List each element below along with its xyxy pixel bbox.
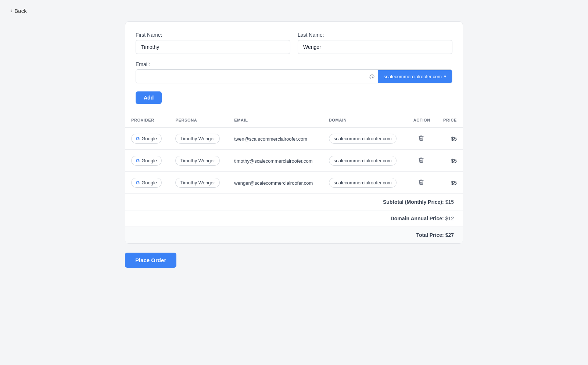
chevron-down-icon: ▾ (444, 74, 446, 79)
email-local-input[interactable] (136, 70, 366, 83)
email-cell: wenger@scalecommercialroofer.com (234, 180, 313, 186)
persona-badge: Timothy Wenger (175, 178, 220, 188)
last-name-group: Last Name: (298, 32, 452, 54)
domain-badge: scalecommercialroofer.com (329, 156, 397, 166)
provider-name: Google (141, 158, 157, 163)
google-icon: G (136, 180, 140, 185)
persona-badge: Timothy Wenger (175, 156, 220, 166)
subtotal-row: Subtotal (Monthly Price): $15 (125, 194, 463, 210)
col-provider: PROVIDER (125, 113, 169, 128)
col-persona: PERSONA (169, 113, 228, 128)
domain-dropdown-button[interactable]: scalecommercialroofer.com ▾ (378, 70, 452, 83)
domain-value: scalecommercialroofer.com (384, 74, 442, 79)
provider-name: Google (141, 180, 157, 185)
back-label: Back (14, 8, 26, 14)
provider-badge: G Google (131, 178, 162, 188)
table-row: G Google Timothy Wenger timothy@scalecom… (125, 150, 463, 172)
last-name-input[interactable] (298, 40, 452, 54)
add-button[interactable]: Add (136, 91, 162, 104)
subtotal-label: Subtotal (Monthly Price): (383, 199, 444, 205)
pricing-section: Subtotal (Monthly Price): $15 Domain Ann… (125, 194, 463, 243)
total-price-value: $27 (445, 232, 454, 238)
provider-badge: G Google (131, 156, 162, 166)
email-cell: timothy@scalecommercialroofer.com (234, 158, 312, 164)
total-price-row: Total Price: $27 (125, 227, 463, 243)
price-cell: $5 (436, 150, 463, 172)
email-input-row: @ scalecommercialroofer.com ▾ (136, 69, 452, 83)
provider-badge: G Google (131, 134, 162, 144)
domain-badge: scalecommercialroofer.com (329, 134, 397, 144)
price-cell: $5 (436, 172, 463, 194)
domain-badge: scalecommercialroofer.com (329, 178, 397, 188)
col-price: PRICE (436, 113, 463, 128)
provider-name: Google (141, 136, 157, 141)
first-name-group: First Name: (136, 32, 290, 54)
persona-badge: Timothy Wenger (175, 134, 220, 144)
email-cell: twen@scalecommercialroofer.com (234, 136, 307, 142)
total-price-label: Total Price: (416, 232, 444, 238)
email-label: Email: (136, 61, 452, 67)
name-row: First Name: Last Name: (136, 32, 452, 54)
table-body: G Google Timothy Wenger twen@scalecommer… (125, 128, 463, 194)
main-card: First Name: Last Name: Email: @ scalecom… (125, 21, 463, 244)
col-domain: DOMAIN (323, 113, 406, 128)
place-order-button[interactable]: Place Order (125, 253, 176, 268)
domain-price-label: Domain Annual Price: (391, 216, 444, 221)
email-group: Email: @ scalecommercialroofer.com ▾ (136, 61, 452, 83)
delete-row-button[interactable] (418, 136, 424, 142)
table-row: G Google Timothy Wenger wenger@scalecomm… (125, 172, 463, 194)
form-section: First Name: Last Name: Email: @ scalecom… (125, 22, 463, 113)
delete-row-button[interactable] (418, 180, 424, 186)
last-name-label: Last Name: (298, 32, 452, 38)
place-order-row: Place Order (125, 244, 463, 271)
at-symbol: @ (366, 73, 378, 80)
table-row: G Google Timothy Wenger twen@scalecommer… (125, 128, 463, 150)
domain-price-row: Domain Annual Price: $12 (125, 210, 463, 227)
domain-price-value: $12 (445, 216, 454, 221)
delete-row-button[interactable] (418, 158, 424, 164)
col-email: EMAIL (228, 113, 323, 128)
first-name-input[interactable] (136, 40, 290, 54)
back-button[interactable]: ‹ Back (0, 0, 588, 21)
table-section: PROVIDER PERSONA EMAIL DOMAIN ACTION PRI… (125, 113, 463, 194)
table-header: PROVIDER PERSONA EMAIL DOMAIN ACTION PRI… (125, 113, 463, 128)
chevron-left-icon: ‹ (10, 7, 12, 14)
first-name-label: First Name: (136, 32, 290, 38)
col-action: ACTION (406, 113, 436, 128)
google-icon: G (136, 158, 140, 163)
google-icon: G (136, 136, 140, 141)
price-cell: $5 (436, 128, 463, 150)
subtotal-value: $15 (445, 199, 454, 205)
emails-table: PROVIDER PERSONA EMAIL DOMAIN ACTION PRI… (125, 113, 463, 194)
